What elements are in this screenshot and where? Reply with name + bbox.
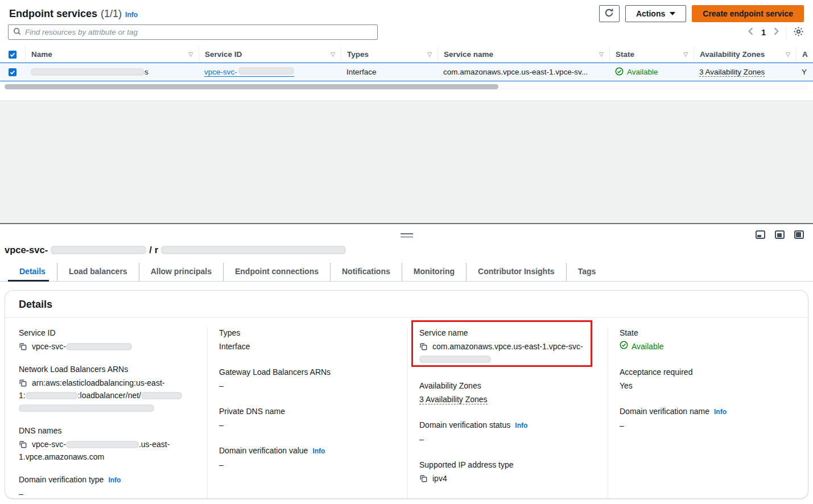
availability-zones-link[interactable]: 3 Availability Zones: [419, 395, 488, 404]
info-link[interactable]: Info: [312, 447, 325, 455]
search-box[interactable]: [8, 24, 378, 40]
preferences-gear-button[interactable]: [792, 26, 805, 39]
page-title: Endpoint services: [9, 8, 97, 20]
redacted-service-id: [238, 67, 294, 75]
drag-handle-bar: [401, 233, 413, 234]
cell-state: Available: [609, 63, 694, 81]
content-background: [0, 100, 813, 223]
column-header-service-name[interactable]: Service name ▽: [438, 47, 609, 62]
copy-service-id-button[interactable]: [19, 342, 27, 352]
tab-monitoring[interactable]: Monitoring: [402, 263, 466, 281]
list-toolbar: 1: [0, 23, 813, 40]
panel-layout-medium-button[interactable]: [775, 230, 785, 239]
info-link[interactable]: Info: [515, 422, 527, 429]
field-service-name: Service name com.amazonaws.vpce.us-east-…: [419, 327, 596, 365]
split-panel-drag-handle[interactable]: [401, 233, 413, 238]
service-id-link[interactable]: vpce-svc-: [204, 67, 294, 77]
gear-icon: [793, 30, 804, 39]
tab-label: Notifications: [342, 267, 390, 276]
column-header-state[interactable]: State ▽: [609, 47, 694, 62]
copy-ip-type-button[interactable]: [419, 474, 427, 484]
state-text: Available: [632, 340, 664, 353]
copy-nlb-arn-button[interactable]: [19, 379, 27, 389]
cell-acceptance: Y: [796, 63, 813, 81]
column-header-service-id[interactable]: Service ID ▽: [199, 47, 341, 62]
sort-icon: ▽: [427, 51, 432, 57]
panel-small-icon: [757, 235, 761, 237]
service-name-value: com.amazonaws.vpce.us-east-1.vpce-sv...: [443, 68, 588, 76]
horizontal-scrollbar-thumb[interactable]: [5, 84, 498, 89]
sort-icon: ▽: [683, 51, 688, 57]
field-domain-verification-type: Domain verification typeInfo –: [19, 474, 196, 499]
panel-layout-large-button[interactable]: [794, 230, 804, 239]
dns-text: vpce-svc-: [32, 440, 66, 449]
header-actions: Actions Create endpoint service: [599, 5, 804, 22]
ip-type-text: ipv4: [432, 474, 447, 483]
redacted-text: [419, 356, 491, 363]
redacted-title-id: [51, 246, 146, 254]
field-value: 3 Availability Zones: [419, 393, 596, 406]
details-columns: Service ID vpce-svc- Network Load Balanc…: [5, 318, 808, 499]
tab-label: Details: [19, 267, 46, 276]
actions-button[interactable]: Actions: [625, 5, 686, 22]
redacted-text: [19, 404, 154, 412]
search-input[interactable]: [25, 28, 373, 36]
tab-details[interactable]: Details: [8, 263, 57, 281]
service-id-text: vpce-svc-: [32, 342, 66, 351]
tab-label: Endpoint connections: [235, 267, 319, 276]
column-label: Service name: [444, 50, 493, 59]
redacted-title-name: [161, 246, 346, 254]
redacted-name: [31, 68, 145, 76]
next-page-button[interactable]: [773, 26, 780, 38]
column-header-availability-zones[interactable]: Availability Zones ▽: [694, 47, 796, 62]
tab-contributor-insights[interactable]: Contributor Insights: [466, 263, 566, 281]
tab-tags[interactable]: Tags: [566, 263, 608, 281]
check-circle-icon: [620, 340, 628, 353]
details-column-2: Types Interface Gateway Load Balancers A…: [207, 327, 407, 499]
column-label: Name: [31, 50, 52, 59]
endpoint-services-list-pane: Endpoint services (1/1) Info Actions: [0, 0, 813, 100]
check-circle-icon: [615, 67, 624, 77]
info-link[interactable]: Info: [714, 408, 727, 416]
copy-service-name-button[interactable]: [419, 342, 427, 352]
tab-endpoint-connections[interactable]: Endpoint connections: [223, 263, 330, 281]
copy-icon: [419, 476, 427, 484]
tab-load-balancers[interactable]: Load balancers: [57, 263, 139, 281]
previous-page-button[interactable]: [747, 26, 754, 38]
table-row[interactable]: s vpce-svc- Interface com.amazonaws.vpce…: [0, 63, 813, 81]
column-header-acceptance[interactable]: A: [796, 47, 813, 62]
field-supported-ip-type: Supported IP address type ipv4: [419, 459, 596, 485]
field-value: –: [219, 458, 396, 471]
tab-notifications[interactable]: Notifications: [330, 263, 402, 281]
create-endpoint-service-button[interactable]: Create endpoint service: [692, 5, 804, 22]
column-header-name[interactable]: Name ▽: [25, 47, 199, 62]
column-label: State: [616, 50, 634, 59]
info-link[interactable]: Info: [108, 476, 121, 484]
details-card: Details Service ID vpce-svc- Network Loa…: [5, 290, 808, 499]
select-all-checkbox[interactable]: [9, 51, 16, 59]
page-number-button[interactable]: 1: [760, 28, 767, 37]
tab-label: Load balancers: [69, 267, 127, 276]
refresh-button[interactable]: [599, 5, 620, 22]
field-value: Interface: [219, 340, 396, 353]
tab-allow-principals[interactable]: Allow principals: [139, 263, 223, 281]
endpoint-services-page: Endpoint services (1/1) Info Actions: [0, 0, 813, 503]
name-suffix: s: [145, 68, 148, 76]
field-value: vpce-svc-.us-east- 1.vpce.amazonaws.com: [19, 438, 196, 463]
panel-layout-small-button[interactable]: [756, 230, 765, 239]
column-header-types[interactable]: Types ▽: [341, 47, 438, 62]
details-column-3: Service name com.amazonaws.vpce.us-east-…: [407, 327, 608, 499]
redacted-text: [26, 392, 78, 399]
panel-large-icon: [796, 232, 801, 237]
field-value: –: [19, 488, 196, 499]
availability-zones-link[interactable]: 3 Availability Zones: [699, 68, 765, 77]
state-value: Available: [627, 68, 658, 76]
field-label: Network Load Balancers ARNs: [19, 363, 196, 375]
tab-label: Allow principals: [151, 267, 212, 276]
field-types: Types Interface: [219, 327, 396, 353]
row-checkbox[interactable]: [9, 68, 16, 76]
panel-title-prefix: vpce-svc-: [5, 245, 48, 255]
cell-service-name: com.amazonaws.vpce.us-east-1.vpce-sv...: [438, 63, 609, 81]
copy-dns-name-button[interactable]: [19, 440, 27, 450]
header-info-link[interactable]: Info: [125, 11, 138, 19]
